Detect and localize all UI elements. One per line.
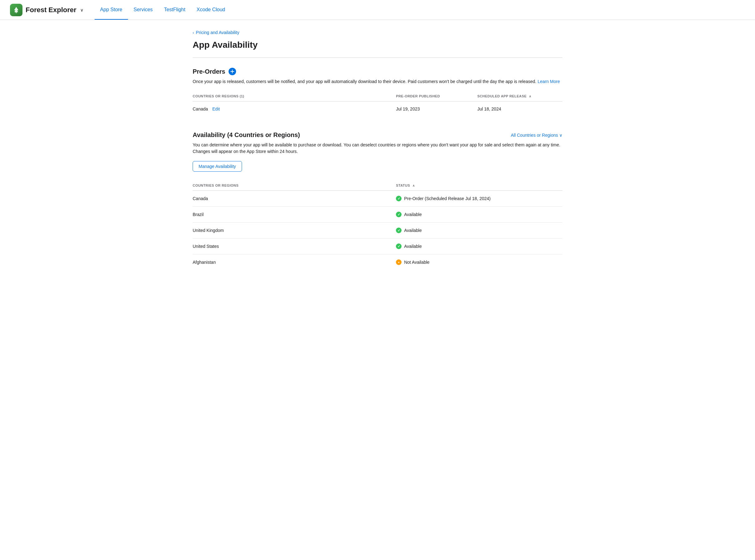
col-header-release: SCHEDULED APP RELEASE ∧ bbox=[477, 91, 562, 101]
status-label: Available bbox=[404, 244, 422, 249]
sort-release-icon[interactable]: ∧ bbox=[529, 95, 531, 98]
sort-status-icon[interactable]: ∧ bbox=[413, 184, 415, 187]
avail-col-header-status: STATUS ∧ bbox=[396, 180, 562, 191]
tab-services[interactable]: Services bbox=[128, 0, 158, 20]
avail-country: United Kingdom bbox=[193, 223, 396, 239]
table-row: Afghanistan ● Not Available bbox=[193, 254, 562, 270]
pre-orders-section: Pre-Orders Once your app is released, cu… bbox=[193, 68, 562, 116]
avail-status: ✓ Available bbox=[396, 239, 562, 254]
status-dot-icon: ✓ bbox=[396, 227, 401, 233]
svg-marker-0 bbox=[14, 7, 18, 12]
status-dot-icon: ✓ bbox=[396, 196, 401, 201]
app-icon bbox=[10, 4, 22, 16]
edit-pre-order-link[interactable]: Edit bbox=[212, 106, 220, 112]
breadcrumb-label: Pricing and Availability bbox=[196, 30, 239, 35]
all-countries-filter[interactable]: All Countries or Regions ∨ bbox=[511, 133, 562, 138]
availability-title: Availability (4 Countries or Regions) bbox=[193, 132, 300, 139]
avail-country: Afghanistan bbox=[193, 254, 396, 270]
col-header-preorder: PRE-ORDER PUBLISHED bbox=[396, 91, 477, 101]
availability-section: Availability (4 Countries or Regions) Al… bbox=[193, 132, 562, 270]
breadcrumb-back-icon: ‹ bbox=[193, 30, 194, 35]
status-dot-icon: ✓ bbox=[396, 243, 401, 249]
avail-country: Canada bbox=[193, 191, 396, 207]
avail-col-header-country: COUNTRIES OR REGIONS bbox=[193, 180, 396, 191]
breadcrumb[interactable]: ‹ Pricing and Availability bbox=[193, 30, 562, 35]
add-pre-order-button[interactable] bbox=[229, 68, 236, 75]
all-countries-chevron-icon: ∨ bbox=[559, 133, 562, 138]
all-countries-label: All Countries or Regions bbox=[511, 133, 558, 138]
app-header: Forest Explorer ∨ App Store Services Tes… bbox=[0, 0, 755, 20]
pre-orders-header: Pre-Orders bbox=[193, 68, 562, 75]
title-divider bbox=[193, 57, 562, 58]
pre-orders-title: Pre-Orders bbox=[193, 68, 225, 75]
learn-more-link[interactable]: Learn More bbox=[538, 79, 560, 84]
status-dot-icon: ✓ bbox=[396, 212, 401, 217]
table-row: United Kingdom ✓ Available bbox=[193, 223, 562, 239]
table-row: Canada ✓ Pre-Order (Scheduled Release Ju… bbox=[193, 191, 562, 207]
tab-app-store[interactable]: App Store bbox=[95, 0, 128, 20]
app-chevron-icon: ∨ bbox=[80, 7, 83, 13]
col-header-country: COUNTRIES OR REGIONS (1) bbox=[193, 91, 396, 101]
pre-order-published-date: Jul 19, 2023 bbox=[396, 101, 477, 117]
table-row: United States ✓ Available bbox=[193, 239, 562, 254]
status-label: Pre-Order (Scheduled Release Jul 18, 202… bbox=[404, 196, 491, 201]
status-label: Not Available bbox=[404, 260, 429, 265]
main-content: ‹ Pricing and Availability App Availabil… bbox=[178, 20, 577, 305]
page-title: App Availability bbox=[193, 40, 562, 50]
avail-status: ✓ Pre-Order (Scheduled Release Jul 18, 2… bbox=[396, 191, 562, 207]
availability-table: COUNTRIES OR REGIONS STATUS ∧ Canada ✓ P… bbox=[193, 180, 562, 270]
status-label: Available bbox=[404, 228, 422, 233]
status-label: Available bbox=[404, 212, 422, 217]
status-dot-icon: ● bbox=[396, 259, 401, 265]
pre-orders-table: COUNTRIES OR REGIONS (1) PRE-ORDER PUBLI… bbox=[193, 91, 562, 116]
tab-xcode-cloud[interactable]: Xcode Cloud bbox=[191, 0, 231, 20]
avail-country: Brazil bbox=[193, 207, 396, 223]
table-row: Canada Edit Jul 19, 2023 Jul 18, 2024 bbox=[193, 101, 562, 117]
tab-testflight[interactable]: TestFlight bbox=[158, 0, 191, 20]
avail-status: ✓ Available bbox=[396, 223, 562, 239]
nav-tabs: App Store Services TestFlight Xcode Clou… bbox=[95, 0, 231, 20]
avail-status: ● Not Available bbox=[396, 254, 562, 270]
manage-availability-button[interactable]: Manage Availability bbox=[193, 161, 242, 172]
avail-country: United States bbox=[193, 239, 396, 254]
pre-order-release-date: Jul 18, 2024 bbox=[477, 101, 562, 117]
svg-rect-1 bbox=[16, 12, 17, 13]
table-row: Brazil ✓ Available bbox=[193, 207, 562, 223]
app-identity[interactable]: Forest Explorer ∨ bbox=[10, 4, 83, 16]
pre-orders-description: Once your app is released, customers wil… bbox=[193, 78, 562, 85]
app-name-label: Forest Explorer bbox=[26, 6, 77, 14]
availability-description: You can determine where your app will be… bbox=[193, 142, 562, 155]
pre-order-country: Canada Edit bbox=[193, 101, 396, 117]
avail-status: ✓ Available bbox=[396, 207, 562, 223]
availability-header-row: Availability (4 Countries or Regions) Al… bbox=[193, 132, 562, 139]
